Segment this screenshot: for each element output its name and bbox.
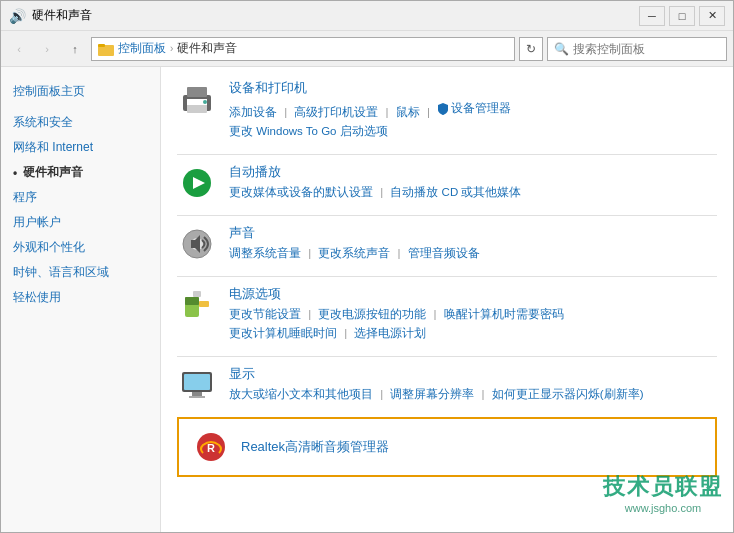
display-title[interactable]: 显示 [229,365,717,383]
svg-rect-12 [185,297,199,305]
sidebar-item-users[interactable]: 用户帐户 [1,210,160,235]
address-path: 控制面板 › 硬件和声音 [91,37,515,61]
sidebar-item-hardware[interactable]: 硬件和声音 [1,160,160,185]
section-printer: 设备和打印机 添加设备 | 高级打印机设置 | 鼠标 | 设备管理器 [177,79,717,142]
windows-to-go-link[interactable]: 更改 Windows To Go 启动选项 [229,125,388,137]
sidebar-item-label: 外观和个性化 [13,239,85,256]
power-title[interactable]: 电源选项 [229,285,717,303]
text-size-link[interactable]: 放大或缩小文本和其他项目 [229,388,373,400]
printer-title[interactable]: 设备和打印机 [229,79,717,97]
sound-title[interactable]: 声音 [229,224,717,242]
change-system-sound-link[interactable]: 更改系统声音 [318,247,390,259]
refresh-rate-link[interactable]: 如何更正显示器闪烁(刷新率) [492,388,644,400]
realtek-title: Realtek高清晰音频管理器 [241,438,703,456]
sidebar-item-label: 程序 [13,189,37,206]
change-default-link[interactable]: 更改媒体或设备的默认设置 [229,186,373,198]
sound-links: 调整系统音量 | 更改系统声音 | 管理音频设备 [229,244,717,264]
search-icon: 🔍 [554,42,569,56]
autoplay-title[interactable]: 自动播放 [229,163,717,181]
sidebar-item-clock[interactable]: 时钟、语言和区域 [1,260,160,285]
sidebar-item-ease[interactable]: 轻松使用 [1,285,160,310]
close-button[interactable]: ✕ [699,6,725,26]
sidebar-item-appearance[interactable]: 外观和个性化 [1,235,160,260]
watermark-top: 技术员联盟 [603,472,723,502]
power-sublinks: 更改计算机睡眠时间 | 选择电源计划 [229,324,717,344]
sidebar-item-label: 硬件和声音 [23,164,83,181]
add-device-link[interactable]: 添加设备 [229,106,277,118]
svg-rect-1 [98,44,105,47]
autoplay-links: 更改媒体或设备的默认设置 | 自动播放 CD 或其他媒体 [229,183,717,203]
breadcrumb-root[interactable]: 控制面板 [118,40,166,57]
display-body: 显示 放大或缩小文本和其他项目 | 调整屏幕分辨率 | 如何更正显示器闪烁(刷新… [229,365,717,405]
breadcrumb-sep: › [170,43,173,54]
autoplay-icon [177,163,217,203]
realtek-body: Realtek高清晰音频管理器 [241,438,703,456]
display-links: 放大或缩小文本和其他项目 | 调整屏幕分辨率 | 如何更正显示器闪烁(刷新率) [229,385,717,405]
search-box: 🔍 [547,37,727,61]
address-bar: ‹ › ↑ 控制面板 › 硬件和声音 ↻ 🔍 [1,31,733,67]
sound-icon [177,224,217,264]
svg-rect-18 [189,396,205,398]
section-display: 显示 放大或缩小文本和其他项目 | 调整屏幕分辨率 | 如何更正显示器闪烁(刷新… [177,365,717,405]
resolution-link[interactable]: 调整屏幕分辨率 [390,388,474,400]
back-button[interactable]: ‹ [7,37,31,61]
manage-audio-link[interactable]: 管理音频设备 [408,247,480,259]
folder-icon [98,42,114,56]
divider-2 [177,215,717,216]
forward-button[interactable]: › [35,37,59,61]
svg-rect-16 [184,374,210,390]
display-icon [177,365,217,405]
watermark-bottom: www.jsgho.com [625,502,701,514]
change-power-settings-link[interactable]: 更改节能设置 [229,308,301,320]
realtek-section[interactable]: R Realtek高清晰音频管理器 [177,417,717,477]
sleep-time-link[interactable]: 更改计算机睡眠时间 [229,327,337,339]
section-sound: 声音 调整系统音量 | 更改系统声音 | 管理音频设备 [177,224,717,264]
mouse-link[interactable]: 鼠标 [396,106,420,118]
printer-body: 设备和打印机 添加设备 | 高级打印机设置 | 鼠标 | 设备管理器 [229,79,717,142]
shield-icon [437,102,449,116]
autoplay-body: 自动播放 更改媒体或设备的默认设置 | 自动播放 CD 或其他媒体 [229,163,717,203]
wakeup-password-link[interactable]: 唤醒计算机时需要密码 [444,308,564,320]
refresh-button[interactable]: ↻ [519,37,543,61]
printer-links: 添加设备 | 高级打印机设置 | 鼠标 | 设备管理器 [229,99,717,122]
device-manager-link[interactable]: 设备管理器 [451,99,511,119]
maximize-button[interactable]: □ [669,6,695,26]
window-title: 硬件和声音 [32,7,92,24]
svg-rect-13 [199,301,209,307]
autoplay-cd-link[interactable]: 自动播放 CD 或其他媒体 [390,186,521,198]
sidebar-item-label: 时钟、语言和区域 [13,264,109,281]
svg-point-6 [203,100,207,104]
power-button-link[interactable]: 更改电源按钮的功能 [318,308,426,320]
sidebar-item-label: 用户帐户 [13,214,61,231]
sound-body: 声音 调整系统音量 | 更改系统声音 | 管理音频设备 [229,224,717,264]
svg-rect-3 [187,87,207,97]
main-content: 控制面板主页 系统和安全 网络和 Internet 硬件和声音 程序 用户帐户 … [1,67,733,532]
power-icon [177,285,217,325]
minimize-button[interactable]: ─ [639,6,665,26]
breadcrumb-current: 硬件和声音 [177,40,237,57]
printer-sublinks: 更改 Windows To Go 启动选项 [229,122,717,142]
power-links: 更改节能设置 | 更改电源按钮的功能 | 唤醒计算机时需要密码 [229,305,717,325]
sidebar-item-system[interactable]: 系统和安全 [1,110,160,135]
refresh-icon: ↻ [526,42,536,56]
svg-rect-14 [193,291,201,297]
sidebar-item-programs[interactable]: 程序 [1,185,160,210]
up-button[interactable]: ↑ [63,37,87,61]
adjust-volume-link[interactable]: 调整系统音量 [229,247,301,259]
printer-icon [177,79,217,119]
power-plan-link[interactable]: 选择电源计划 [354,327,426,339]
title-bar: 🔊 硬件和声音 ─ □ ✕ [1,1,733,31]
sidebar-item-label: 系统和安全 [13,114,73,131]
sidebar-item-network[interactable]: 网络和 Internet [1,135,160,160]
content-area: 设备和打印机 添加设备 | 高级打印机设置 | 鼠标 | 设备管理器 [161,67,733,532]
sidebar-item-label: 轻松使用 [13,289,61,306]
sidebar-item-home[interactable]: 控制面板主页 [1,79,160,104]
divider-3 [177,276,717,277]
svg-rect-17 [192,392,202,396]
printer-settings-link[interactable]: 高级打印机设置 [294,106,378,118]
window-icon: 🔊 [9,8,26,24]
search-input[interactable] [573,42,723,56]
sidebar: 控制面板主页 系统和安全 网络和 Internet 硬件和声音 程序 用户帐户 … [1,67,161,532]
section-autoplay: 自动播放 更改媒体或设备的默认设置 | 自动播放 CD 或其他媒体 [177,163,717,203]
sidebar-item-label: 网络和 Internet [13,139,93,156]
